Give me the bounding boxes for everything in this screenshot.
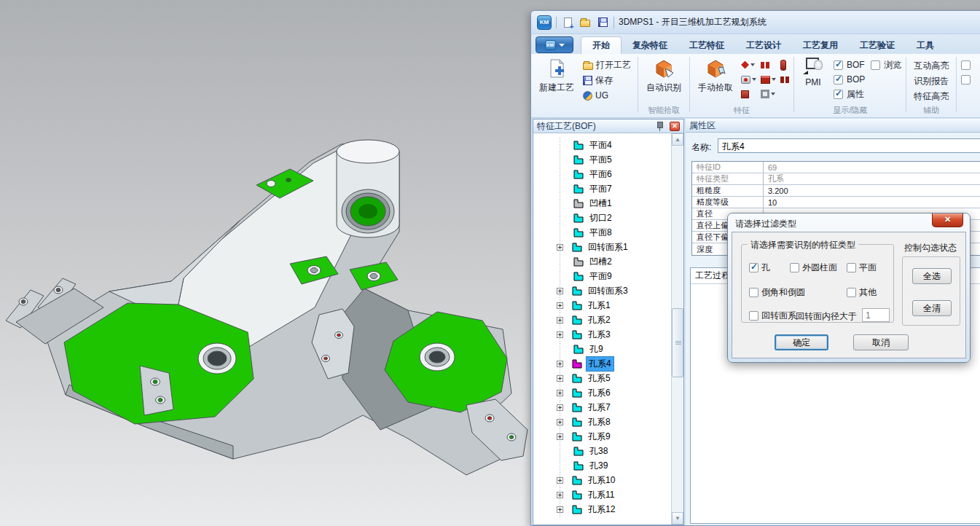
tab-3[interactable]: 工艺特征	[678, 36, 735, 54]
tree-item[interactable]: 平面5	[533, 152, 614, 167]
pin-icon[interactable]	[656, 122, 664, 131]
application-menu-button[interactable]: KM	[536, 36, 573, 53]
tree-item[interactable]: 孔系6	[533, 385, 613, 400]
unchecked-checkbox-icon[interactable]	[847, 288, 856, 297]
expand-toggle-icon[interactable]	[557, 492, 563, 498]
save-button[interactable]: 保存	[581, 74, 633, 87]
tree-item[interactable]: 平面7	[533, 181, 614, 196]
expand-toggle-icon[interactable]	[557, 317, 563, 323]
select-all-button[interactable]: 全选	[912, 268, 952, 284]
checkbox-倒角和倒圆[interactable]: 倒角和倒圆	[749, 286, 805, 299]
tree-item-label[interactable]: 孔38	[587, 444, 610, 458]
tree-item-label[interactable]: 孔系8	[586, 415, 613, 429]
expand-toggle-icon[interactable]	[557, 288, 563, 294]
checkbox-clipped[interactable]	[961, 58, 974, 71]
ug-button[interactable]: UG	[581, 89, 633, 102]
checkbox-外圆柱面[interactable]: 外圆柱面	[790, 261, 837, 274]
tree-item-label[interactable]: 孔9	[587, 342, 605, 356]
checkbox-浏览[interactable]: 浏览	[871, 58, 901, 71]
tree-item-label[interactable]: 孔系2	[586, 313, 613, 327]
tree-item[interactable]: 平面4	[533, 138, 614, 152]
3d-viewport[interactable]	[0, 0, 532, 526]
checkbox-BOF[interactable]: BOF	[834, 58, 865, 71]
tree-item[interactable]: 孔系7	[533, 400, 613, 415]
tree-item-label[interactable]: 平面8	[587, 226, 614, 240]
expand-toggle-icon[interactable]	[557, 331, 563, 338]
cylinder-feature-button[interactable]	[780, 60, 789, 71]
unchecked-checkbox-icon[interactable]	[961, 60, 971, 70]
tree-item[interactable]: 孔系10	[533, 473, 617, 487]
tree-item-label[interactable]: 孔系12	[586, 503, 617, 517]
tree-item-label[interactable]: 孔系1	[586, 299, 613, 313]
tab-5[interactable]: 工艺复用	[792, 36, 849, 54]
expand-toggle-icon[interactable]	[557, 361, 563, 367]
tree-item[interactable]: 切口2	[533, 211, 614, 225]
tree-item[interactable]: 回转面系3	[533, 283, 630, 298]
expand-toggle-icon[interactable]	[557, 404, 563, 411]
graysq-feature-button[interactable]	[761, 90, 776, 98]
tree-item[interactable]: 平面8	[533, 225, 614, 240]
aux-button-3[interactable]: 特征高亮	[911, 89, 952, 103]
tree-item-label-selected[interactable]: 孔系4	[586, 356, 614, 372]
tree-item-label[interactable]: 孔系10	[586, 474, 617, 487]
tree-item[interactable]: 孔系5	[533, 371, 613, 385]
scroll-up-icon[interactable]: ▲	[672, 133, 683, 146]
checkbox-clipped[interactable]	[961, 73, 974, 86]
camera-feature-button[interactable]	[741, 76, 756, 84]
checked-checkbox-icon[interactable]	[834, 75, 843, 85]
tab-4[interactable]: 工艺设计	[735, 36, 792, 54]
tree-item[interactable]: 孔系3	[533, 327, 613, 342]
close-icon[interactable]: ✕	[932, 213, 963, 227]
ok-button[interactable]: 确定	[775, 334, 828, 350]
tree-item-label[interactable]: 平面7	[587, 182, 614, 196]
aux-button-2[interactable]: 识别报告	[911, 74, 952, 88]
checkbox-平面[interactable]: 平面	[847, 261, 877, 274]
tree-item-label[interactable]: 孔系6	[586, 386, 613, 400]
new-document-icon[interactable]	[561, 16, 574, 29]
expand-toggle-icon[interactable]	[557, 419, 563, 425]
close-icon[interactable]: ✕	[670, 122, 680, 131]
unchecked-checkbox-icon[interactable]	[961, 75, 971, 85]
save-icon[interactable]	[596, 16, 609, 29]
property-value[interactable]: 孔系	[764, 173, 980, 184]
tree-item[interactable]: 孔系9	[533, 429, 613, 444]
auto-recognize-button[interactable]: 自动识别	[643, 56, 685, 104]
tree-item[interactable]: 孔系12	[533, 502, 617, 517]
expand-toggle-icon[interactable]	[557, 375, 563, 382]
bars-feature-button[interactable]	[761, 62, 776, 68]
tree-item[interactable]: 孔系11	[533, 487, 616, 502]
tree-item-label[interactable]: 孔系11	[586, 488, 616, 502]
expand-toggle-icon[interactable]	[557, 244, 563, 251]
tree-item-label[interactable]: 凹槽1	[587, 197, 614, 211]
tree-item[interactable]: 孔39	[533, 458, 610, 473]
tree-item[interactable]: 孔9	[533, 342, 605, 356]
expand-toggle-icon[interactable]	[557, 477, 563, 484]
revolve-diameter-input[interactable]	[862, 308, 890, 322]
tree-item-label[interactable]: 孔系3	[586, 328, 613, 342]
checked-checkbox-icon[interactable]	[749, 263, 758, 272]
tree-item[interactable]: 平面9	[533, 269, 614, 283]
blocks-feature-button[interactable]	[780, 76, 789, 83]
pmi-button[interactable]: PMI	[799, 56, 828, 104]
tree-item[interactable]: 回转面系1	[533, 240, 630, 254]
tree-scrollbar[interactable]: ▲ ▼	[671, 133, 683, 525]
tree-item-label[interactable]: 平面6	[587, 168, 614, 181]
box3d-feature-button[interactable]	[761, 76, 776, 84]
tree-item[interactable]: 孔38	[533, 444, 610, 458]
tab-2[interactable]: 复杂特征	[622, 36, 678, 54]
tree-item[interactable]: 孔系8	[533, 415, 613, 429]
property-value[interactable]: 3.200	[764, 187, 980, 195]
tree-item-label[interactable]: 孔系5	[586, 372, 613, 385]
scrollbar-thumb[interactable]	[672, 308, 683, 377]
cube2-feature-button[interactable]	[741, 90, 756, 98]
tree-item-label[interactable]: 切口2	[587, 211, 614, 225]
tree-item-label[interactable]: 孔系9	[586, 430, 613, 444]
property-value[interactable]: 69	[764, 163, 980, 172]
tree-item[interactable]: 孔系4	[533, 356, 614, 371]
open-folder-icon[interactable]	[579, 16, 592, 29]
scroll-down-icon[interactable]: ▼	[672, 512, 683, 525]
new-process-button[interactable]: 新建工艺	[536, 56, 578, 104]
tree-item-label[interactable]: 回转面系3	[586, 284, 630, 298]
tree-item-label[interactable]: 平面9	[587, 270, 614, 283]
tab-7[interactable]: 工具	[906, 36, 945, 54]
